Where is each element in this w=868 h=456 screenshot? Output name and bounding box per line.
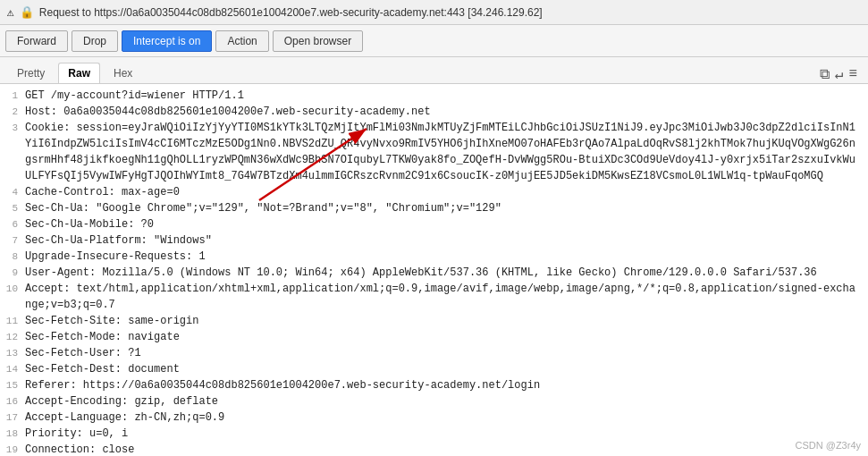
line-number: 16 — [0, 393, 25, 410]
title-bar: ⚠ 🔒 Request to https://0a6a0035044c08db8… — [0, 0, 868, 25]
line-number: 3 — [0, 120, 25, 136]
open-browser-button[interactable]: Open browser — [273, 30, 363, 52]
warning-icon: ⚠ — [7, 5, 14, 20]
line-number: 19 — [0, 442, 25, 456]
copy-icon[interactable]: ⧉ — [820, 66, 830, 83]
table-row: 7Sec-Ch-Ua-Platform: "Windows" — [0, 232, 868, 249]
tab-hex[interactable]: Hex — [104, 63, 142, 83]
table-row: 14Sec-Fetch-Dest: document — [0, 361, 868, 377]
line-number: 5 — [0, 200, 25, 216]
line-content: Connection: close — [25, 442, 868, 456]
line-number: 7 — [0, 232, 25, 249]
drop-button[interactable]: Drop — [72, 30, 118, 52]
line-content: Sec-Fetch-Mode: navigate — [25, 329, 868, 345]
table-row: 11Sec-Fetch-Site: same-origin — [0, 313, 868, 329]
line-content: GET /my-account?id=wiener HTTP/1.1 — [25, 88, 868, 104]
table-row: 5Sec-Ch-Ua: "Google Chrome";v="129", "No… — [0, 200, 868, 216]
table-row: 17Accept-Language: zh-CN,zh;q=0.9 — [0, 410, 868, 426]
table-row: 19Connection: close — [0, 442, 868, 456]
intercept-button[interactable]: Intercept is on — [122, 30, 212, 52]
menu-icon[interactable]: ≡ — [848, 66, 857, 82]
tab-raw[interactable]: Raw — [58, 63, 100, 83]
table-row: 10Accept: text/html,application/xhtml+xm… — [0, 281, 868, 313]
tabs-bar: Pretty Raw Hex ⧉ ↵ ≡ — [0, 57, 868, 84]
line-number: 4 — [0, 184, 25, 200]
line-number: 1 — [0, 88, 25, 104]
line-number: 2 — [0, 104, 25, 120]
toolbar: Forward Drop Intercept is on Action Open… — [0, 25, 868, 57]
request-content: 1GET /my-account?id=wiener HTTP/1.12Host… — [0, 84, 868, 456]
line-number: 12 — [0, 329, 25, 345]
line-number: 6 — [0, 216, 25, 232]
line-number: 11 — [0, 313, 25, 329]
line-content: Sec-Ch-Ua-Mobile: ?0 — [25, 216, 868, 232]
line-content: Sec-Fetch-Dest: document — [25, 361, 868, 377]
table-row: 8Upgrade-Insecure-Requests: 1 — [0, 249, 868, 265]
table-row: 13Sec-Fetch-User: ?1 — [0, 345, 868, 361]
table-row: 15Referer: https://0a6a0035044c08db82560… — [0, 377, 868, 393]
forward-button[interactable]: Forward — [5, 30, 68, 52]
wrap-icon[interactable]: ↵ — [835, 65, 844, 83]
tab-pretty[interactable]: Pretty — [7, 63, 55, 83]
table-row: 3Cookie: session=eyJraWQiOiIzYjYyYTI0MS1… — [0, 120, 868, 184]
table-row: 18Priority: u=0, i — [0, 426, 868, 442]
line-content: Sec-Ch-Ua: "Google Chrome";v="129", "Not… — [25, 200, 868, 216]
line-content: Referer: https://0a6a0035044c08db825601e… — [25, 377, 868, 393]
line-content: Cache-Control: max-age=0 — [25, 184, 868, 200]
line-content: Accept: text/html,application/xhtml+xml,… — [25, 281, 868, 313]
title-text: Request to https://0a6a0035044c08db82560… — [39, 6, 543, 19]
table-row: 12Sec-Fetch-Mode: navigate — [0, 329, 868, 345]
line-content: Priority: u=0, i — [25, 426, 868, 442]
line-content: Accept-Language: zh-CN,zh;q=0.9 — [25, 410, 868, 426]
line-content: Sec-Fetch-Site: same-origin — [25, 313, 868, 329]
line-content: Host: 0a6a0035044c08db825601e1004200e7.w… — [25, 104, 868, 120]
action-button[interactable]: Action — [215, 30, 268, 52]
table-row: 6Sec-Ch-Ua-Mobile: ?0 — [0, 216, 868, 232]
line-number: 18 — [0, 426, 25, 442]
table-row: 16Accept-Encoding: gzip, deflate — [0, 393, 868, 410]
lock-icon: 🔒 — [20, 5, 34, 20]
line-number: 14 — [0, 361, 25, 377]
watermark: CSDN @Z3r4y — [795, 440, 861, 451]
line-number: 17 — [0, 410, 25, 426]
line-content: Cookie: session=eyJraWQiOiIzYjYyYTI0MS1k… — [25, 120, 868, 184]
table-row: 1GET /my-account?id=wiener HTTP/1.1 — [0, 88, 868, 104]
tab-icons: ⧉ ↵ ≡ — [820, 65, 861, 83]
line-number: 15 — [0, 377, 25, 393]
line-number: 13 — [0, 345, 25, 361]
line-number: 9 — [0, 265, 25, 281]
line-number: 8 — [0, 249, 25, 265]
line-number: 10 — [0, 281, 25, 297]
line-content: User-Agent: Mozilla/5.0 (Windows NT 10.0… — [25, 265, 868, 281]
line-content: Sec-Ch-Ua-Platform: "Windows" — [25, 232, 868, 249]
table-row: 9User-Agent: Mozilla/5.0 (Windows NT 10.… — [0, 265, 868, 281]
line-content: Sec-Fetch-User: ?1 — [25, 345, 868, 361]
table-row: 4Cache-Control: max-age=0 — [0, 184, 868, 200]
line-content: Accept-Encoding: gzip, deflate — [25, 393, 868, 410]
lines-container: 1GET /my-account?id=wiener HTTP/1.12Host… — [0, 88, 868, 456]
table-row: 2Host: 0a6a0035044c08db825601e1004200e7.… — [0, 104, 868, 120]
line-content: Upgrade-Insecure-Requests: 1 — [25, 249, 868, 265]
